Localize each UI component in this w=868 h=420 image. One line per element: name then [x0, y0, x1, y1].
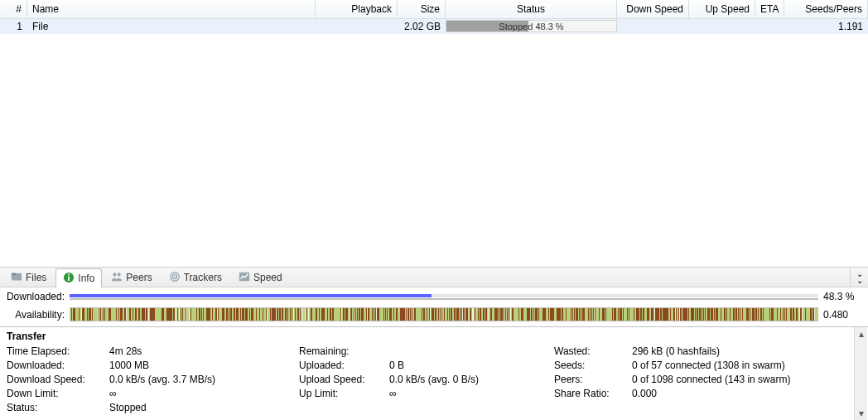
column-header-seedspeers[interactable]: Seeds/Peers: [784, 0, 868, 18]
svg-point-9: [174, 276, 176, 278]
downloaded-progress-thin: [70, 294, 818, 297]
transfer-scrollbar[interactable]: ▴ ▾: [854, 327, 867, 420]
speed-icon: [239, 271, 250, 285]
status-label: Status:: [7, 402, 106, 413]
downloaded-pieces-bar: [70, 298, 818, 300]
svg-rect-3: [68, 276, 70, 280]
availability-row: Availability: 0.480: [5, 307, 863, 321]
svg-rect-1: [12, 273, 16, 275]
torrent-row[interactable]: 1 File 2.02 GB Stopped 48.3 % 1.191: [0, 19, 868, 34]
transfer-panel: ▴ ▾ Transfer Time Elapsed: 4m 28s Remain…: [0, 326, 868, 420]
torrent-row-upspeed: [689, 19, 755, 33]
tab-label: Peers: [126, 272, 152, 283]
chevron-double-down-icon: ⌄⌄: [856, 271, 863, 284]
uploaded-label: Uploaded:: [299, 360, 386, 371]
torrent-row-downspeed: [617, 19, 689, 33]
torrent-list-header: # Name Playback Size Status Down Speed U…: [0, 0, 868, 19]
availability-value: 0.480: [823, 309, 863, 321]
svg-point-4: [68, 273, 70, 275]
column-header-upspeed[interactable]: Up Speed: [689, 0, 755, 18]
tab-label: Trackers: [184, 272, 222, 283]
ulspeed-label: Upload Speed:: [299, 374, 386, 385]
time-elapsed-label: Time Elapsed:: [7, 345, 106, 357]
ulspeed-value: 0.0 kB/s (avg. 0 B/s): [389, 374, 551, 385]
files-icon: [11, 271, 22, 285]
wasted-value: 296 kB (0 hashfails): [632, 345, 847, 357]
tab-label: Files: [26, 272, 46, 283]
torrent-list: # Name Playback Size Status Down Speed U…: [0, 0, 868, 34]
downlimit-label: Down Limit:: [7, 388, 106, 399]
dlspeed-value: 0.0 kB/s (avg. 3.7 MB/s): [109, 374, 296, 385]
tab-files[interactable]: Files: [3, 268, 54, 287]
status-progress-bar: Stopped 48.3 %: [446, 20, 617, 32]
torrent-row-status: Stopped 48.3 %: [446, 19, 617, 33]
column-header-size[interactable]: Size: [398, 0, 446, 18]
uploaded-value: 0 B: [389, 360, 551, 371]
trackers-icon: [169, 271, 181, 285]
uplimit-value: ∞: [389, 388, 551, 399]
tab-label: Speed: [253, 272, 282, 283]
time-elapsed-value: 4m 28s: [109, 345, 296, 357]
detail-tabs: Files Info Peers Trackers Speed ⌄⌄: [0, 267, 868, 287]
availability-pieces-bar: [70, 307, 818, 321]
column-header-num[interactable]: #: [0, 0, 27, 18]
column-header-downspeed[interactable]: Down Speed: [617, 0, 689, 18]
status-value: Stopped: [109, 402, 296, 413]
share-value: 0.000: [632, 388, 847, 399]
seeds-label: Seeds:: [554, 360, 629, 371]
remaining-value: [389, 345, 551, 357]
tab-info[interactable]: Info: [55, 268, 102, 288]
downloaded-row: Downloaded: 48.3 %: [5, 291, 863, 302]
downloaded-value: 1000 MB: [109, 360, 296, 371]
scroll-down-icon[interactable]: ▾: [855, 407, 868, 420]
svg-point-5: [113, 273, 117, 276]
remaining-label: Remaining:: [299, 345, 386, 357]
transfer-title: Transfer: [7, 331, 861, 342]
downlimit-value: ∞: [109, 388, 296, 399]
torrent-row-size: 2.02 GB: [398, 19, 446, 33]
dlspeed-label: Download Speed:: [7, 374, 106, 385]
column-header-eta[interactable]: ETA: [755, 0, 784, 18]
column-header-name[interactable]: Name: [27, 0, 316, 18]
share-label: Share Ratio:: [554, 388, 629, 399]
status-progress-label: Stopped 48.3 %: [446, 21, 616, 31]
torrent-row-name: File: [27, 19, 316, 33]
transfer-grid: Time Elapsed: 4m 28s Remaining: Wasted: …: [7, 345, 861, 413]
column-header-status[interactable]: Status: [446, 0, 617, 18]
peers-label: Peers:: [554, 374, 629, 385]
availability-label: Availability:: [5, 309, 65, 321]
uplimit-label: Up Limit:: [299, 388, 386, 399]
tab-label: Info: [78, 273, 94, 284]
wasted-label: Wasted:: [554, 345, 629, 357]
info-icon: [63, 272, 75, 286]
torrent-row-num: 1: [0, 19, 27, 33]
column-header-playback[interactable]: Playback: [316, 0, 398, 18]
pieces-panel: Downloaded: 48.3 % Availability: 0.480: [0, 287, 868, 326]
torrent-row-playback: [316, 19, 398, 33]
tab-peers[interactable]: Peers: [104, 268, 159, 287]
tab-speed[interactable]: Speed: [231, 268, 290, 287]
tabs-expand-button[interactable]: ⌄⌄: [850, 268, 868, 287]
scroll-up-icon[interactable]: ▴: [855, 327, 868, 340]
peers-icon: [111, 271, 123, 285]
peers-value: 0 of 1098 connected (143 in swarm): [632, 374, 847, 385]
torrent-row-seedspeers: 1.191: [784, 19, 868, 33]
list-empty-area: [0, 34, 868, 267]
svg-point-6: [118, 273, 121, 276]
downloaded-value: 48.3 %: [823, 291, 863, 302]
tab-trackers[interactable]: Trackers: [162, 268, 229, 287]
downloaded-label: Downloaded:: [7, 360, 106, 371]
torrent-row-eta: [755, 19, 784, 33]
downloaded-label: Downloaded:: [5, 291, 65, 302]
seeds-value: 0 of 57 connected (1308 in swarm): [632, 360, 847, 371]
